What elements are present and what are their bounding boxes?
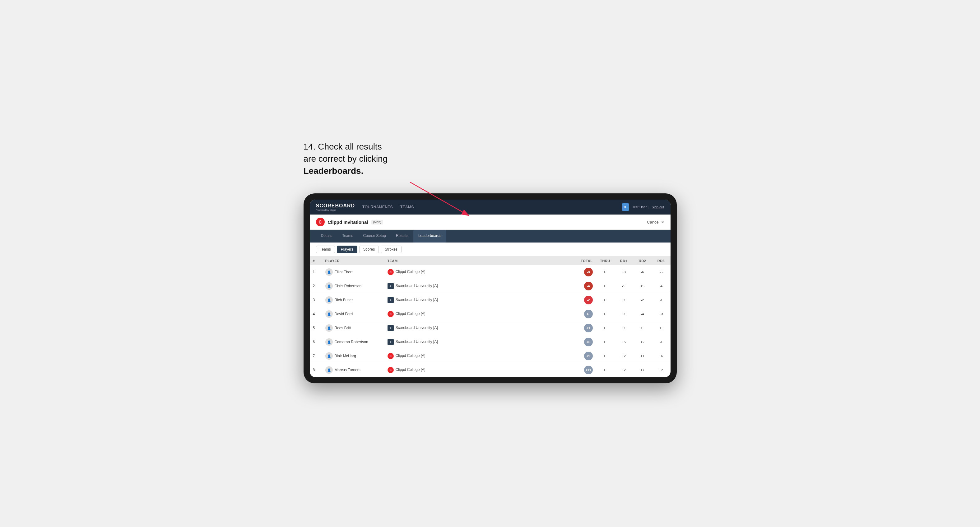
tournament-logo: C — [316, 217, 325, 226]
cell-rd2: E — [633, 321, 652, 335]
team-name: Clippd College [A] — [396, 354, 425, 358]
team-logo-icon: C — [388, 269, 394, 275]
cell-rank: 4 — [310, 307, 322, 321]
user-text: Test User | — [632, 205, 649, 209]
cell-thru: F — [596, 279, 614, 293]
cell-thru: F — [596, 363, 614, 377]
col-rd1: RD1 — [614, 257, 633, 265]
leaderboard-table: # PLAYER TEAM TOTAL THRU RD1 RD2 RD3 1👤E… — [310, 257, 671, 377]
table-row: 3👤Rich Butler≡Scoreboard University [A]-… — [310, 293, 671, 307]
player-name: Rich Butler — [335, 298, 353, 302]
col-rd2: RD2 — [633, 257, 652, 265]
instruction-line1: Check all results — [318, 142, 382, 151]
cell-rd3: -1 — [652, 293, 671, 307]
player-name: Blair McHarg — [335, 354, 356, 358]
cell-player: 👤Chris Robertson — [322, 279, 384, 293]
cell-team: CClippd College [A] — [384, 307, 571, 321]
team-logo-icon: ≡ — [388, 297, 394, 303]
cell-rd1: +2 — [614, 363, 633, 377]
tab-details[interactable]: Details — [316, 230, 337, 243]
sign-out-link[interactable]: Sign out — [652, 205, 664, 209]
nav-teams[interactable]: TEAMS — [400, 204, 414, 211]
filter-strokes[interactable]: Strokes — [381, 246, 401, 253]
cell-rd3: -5 — [652, 265, 671, 279]
tab-course-setup[interactable]: Course Setup — [358, 230, 391, 243]
team-name: Clippd College [A] — [396, 368, 425, 372]
cell-total: +9 — [571, 349, 596, 363]
cell-rank: 6 — [310, 335, 322, 349]
col-team: TEAM — [384, 257, 571, 265]
cell-player: 👤Blair McHarg — [322, 349, 384, 363]
cancel-button[interactable]: Cancel ✕ — [647, 220, 664, 224]
app-header: SCOREBOARD Powered by clippd TOURNAMENTS… — [310, 200, 671, 214]
cell-team: ≡Scoreboard University [A] — [384, 335, 571, 349]
cell-rank: 1 — [310, 265, 322, 279]
cell-team: CClippd College [A] — [384, 265, 571, 279]
filter-scores[interactable]: Scores — [359, 246, 379, 253]
tournament-title: Clippd Invitational — [328, 219, 368, 225]
player-avatar: 👤 — [325, 338, 333, 346]
cell-thru: F — [596, 335, 614, 349]
cell-rd3: +6 — [652, 349, 671, 363]
cell-rd2: -2 — [633, 293, 652, 307]
table-row: 1👤Elliot EbertCClippd College [A]-8F+3-6… — [310, 265, 671, 279]
score-badge: +1 — [584, 324, 593, 332]
team-logo-icon: ≡ — [388, 325, 394, 331]
cell-team: ≡Scoreboard University [A] — [384, 293, 571, 307]
tablet-screen: SCOREBOARD Powered by clippd TOURNAMENTS… — [310, 200, 671, 377]
cell-total: E — [571, 307, 596, 321]
score-badge: +11 — [584, 366, 593, 375]
page-wrapper: 14. Check all results are correct by cli… — [304, 144, 677, 383]
tab-teams[interactable]: Teams — [337, 230, 358, 243]
tournament-title-area: C Clippd Invitational (Men) — [316, 217, 383, 226]
team-name: Clippd College [A] — [396, 311, 425, 316]
cell-thru: F — [596, 349, 614, 363]
cell-player: 👤Rich Butler — [322, 293, 384, 307]
cell-rd3: -4 — [652, 279, 671, 293]
cell-rd2: +2 — [633, 335, 652, 349]
cell-thru: F — [596, 293, 614, 307]
tournament-header: C Clippd Invitational (Men) Cancel ✕ — [310, 214, 671, 230]
cell-team: ≡Scoreboard University [A] — [384, 321, 571, 335]
player-avatar: 👤 — [325, 366, 333, 374]
cell-player: 👤Elliot Ebert — [322, 265, 384, 279]
cell-rank: 8 — [310, 363, 322, 377]
table-row: 4👤David FordCClippd College [A]EF+1-4+3 — [310, 307, 671, 321]
instruction-block: 14. Check all results are correct by cli… — [304, 141, 388, 177]
team-logo-icon: C — [388, 311, 394, 317]
filter-players[interactable]: Players — [337, 246, 357, 253]
team-logo-icon: ≡ — [388, 339, 394, 345]
score-badge: -8 — [584, 268, 593, 276]
cell-rd1: +1 — [614, 293, 633, 307]
table-row: 7👤Blair McHargCClippd College [A]+9F+2+1… — [310, 349, 671, 363]
main-nav: TOURNAMENTS TEAMS — [362, 204, 622, 211]
cell-team: CClippd College [A] — [384, 349, 571, 363]
logo-text: SCOREBOARD — [316, 203, 355, 209]
user-avatar: TU — [622, 203, 629, 211]
table-row: 5👤Rees Britt≡Scoreboard University [A]+1… — [310, 321, 671, 335]
cell-team: CClippd College [A] — [384, 363, 571, 377]
table-row: 6👤Cameron Robertson≡Scoreboard Universit… — [310, 335, 671, 349]
score-badge: -4 — [584, 282, 593, 290]
score-badge: E — [584, 310, 593, 318]
col-rd3: RD3 — [652, 257, 671, 265]
cell-rd3: -1 — [652, 335, 671, 349]
tab-results[interactable]: Results — [391, 230, 413, 243]
player-name: Rees Britt — [335, 326, 351, 330]
col-rank: # — [310, 257, 322, 265]
nav-tournaments[interactable]: TOURNAMENTS — [362, 204, 393, 211]
player-avatar: 👤 — [325, 296, 333, 304]
col-thru: THRU — [596, 257, 614, 265]
cell-player: 👤Cameron Robertson — [322, 335, 384, 349]
tab-leaderboards[interactable]: Leaderboards — [413, 230, 446, 243]
team-logo-icon: ≡ — [388, 283, 394, 289]
header-right: TU Test User | Sign out — [622, 203, 664, 211]
cell-rd1: +1 — [614, 307, 633, 321]
cell-total: +1 — [571, 321, 596, 335]
player-name: Cameron Robertson — [335, 340, 368, 344]
cell-rd2: +7 — [633, 363, 652, 377]
filter-teams[interactable]: Teams — [316, 246, 335, 253]
cell-thru: F — [596, 265, 614, 279]
cell-rd3: +3 — [652, 307, 671, 321]
cell-rank: 5 — [310, 321, 322, 335]
